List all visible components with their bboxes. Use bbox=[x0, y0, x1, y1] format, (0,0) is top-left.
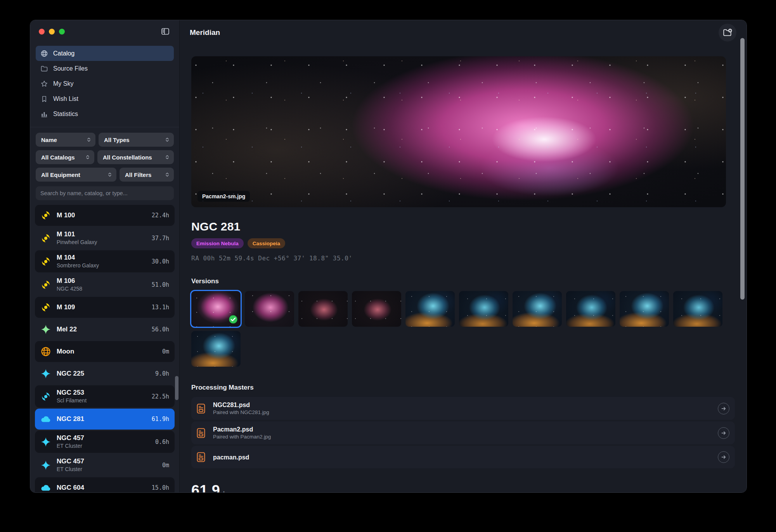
object-hours: 22.5h bbox=[152, 393, 169, 400]
dropdown-value: All Filters bbox=[125, 172, 161, 178]
cloud-icon bbox=[40, 414, 51, 425]
page-title: NGC 281 bbox=[191, 220, 735, 233]
version-thumbnail[interactable] bbox=[513, 291, 562, 327]
object-name: NGC 253 bbox=[57, 388, 146, 397]
equipment-dropdown[interactable]: All Equipment bbox=[36, 168, 116, 182]
psd-file-icon bbox=[195, 403, 207, 414]
cloud-icon bbox=[40, 482, 51, 492]
galaxy-icon bbox=[40, 256, 51, 267]
master-name: Pacman2.psd bbox=[213, 425, 712, 433]
app-title: Meridian bbox=[190, 28, 220, 37]
object-name: NGC 281 bbox=[57, 415, 146, 423]
version-thumbnail[interactable] bbox=[673, 291, 722, 327]
constellations-dropdown[interactable]: All Constellations bbox=[97, 150, 174, 164]
dropdown-value: All Catalogs bbox=[41, 154, 82, 161]
hero-image[interactable]: Pacman2-sm.jpg bbox=[191, 56, 726, 207]
chevron-up-down-icon bbox=[165, 154, 170, 160]
object-hours: 0m bbox=[162, 348, 169, 355]
sidebar-item-wish-list[interactable]: Wish List bbox=[36, 91, 174, 106]
globe-icon bbox=[40, 50, 48, 57]
minimize-button[interactable] bbox=[49, 29, 55, 35]
dropdown-value: Name bbox=[41, 137, 83, 143]
object-hours: 56.0h bbox=[152, 326, 169, 333]
master-row[interactable]: pacman.psd bbox=[191, 446, 735, 468]
sort-dropdown[interactable]: Name bbox=[36, 133, 95, 147]
masters-list: NGC281.psd Paired with NGC281.jpg Pacman… bbox=[191, 397, 735, 468]
master-row[interactable]: NGC281.psd Paired with NGC281.jpg bbox=[191, 397, 735, 420]
object-name: M 104 bbox=[57, 253, 146, 262]
chevron-up-down-icon bbox=[165, 137, 170, 143]
bookmark-icon bbox=[40, 95, 48, 103]
galaxy-icon bbox=[40, 391, 51, 402]
version-thumbnail[interactable] bbox=[566, 291, 615, 327]
arrow-right-icon bbox=[721, 405, 727, 412]
object-subtitle: ET Cluster bbox=[57, 466, 157, 473]
list-item[interactable]: M 101 Pinwheel Galaxy 37.7h bbox=[35, 227, 175, 249]
object-subtitle: Scl Filament bbox=[57, 397, 146, 404]
object-name: M 100 bbox=[57, 211, 146, 220]
list-item[interactable]: NGC 253 Scl Filament 22.5h bbox=[35, 385, 175, 407]
object-hours: 0m bbox=[162, 462, 169, 469]
sidebar-item-source-files[interactable]: Source Files bbox=[36, 61, 174, 76]
sidebar-toggle-icon[interactable] bbox=[160, 27, 171, 36]
titlebar bbox=[30, 20, 179, 43]
open-master-button[interactable] bbox=[718, 403, 729, 414]
filters-dropdown[interactable]: All Filters bbox=[120, 168, 174, 182]
object-name: M 101 bbox=[57, 230, 146, 239]
object-list: M 100 22.4h M 101 Pinwheel Galaxy 37.7h … bbox=[30, 203, 179, 492]
constellation-badge[interactable]: Cassiopeia bbox=[248, 238, 285, 248]
version-thumbnail[interactable] bbox=[352, 291, 401, 327]
object-hours: 0.6h bbox=[155, 438, 169, 445]
sidebar-item-catalog[interactable]: Catalog bbox=[36, 46, 174, 61]
sidebar: Catalog Source Files My Sky Wish List St… bbox=[30, 20, 180, 492]
types-dropdown[interactable]: All Types bbox=[99, 133, 174, 147]
open-master-button[interactable] bbox=[718, 451, 729, 463]
version-thumbnail[interactable] bbox=[620, 291, 669, 327]
list-item[interactable]: M 106 NGC 4258 51.0h bbox=[35, 274, 175, 296]
main-panel: Meridian Pacman2-sm.jpg NGC 281 Emission… bbox=[180, 20, 747, 492]
galaxy-icon bbox=[40, 279, 51, 290]
version-thumbnail[interactable] bbox=[405, 291, 455, 327]
check-icon bbox=[229, 315, 238, 324]
hero-filename-chip: Pacman2-sm.jpg bbox=[197, 191, 250, 202]
sidebar-item-my-sky[interactable]: My Sky bbox=[36, 76, 174, 91]
object-hours: 13.1h bbox=[152, 304, 169, 311]
list-item[interactable]: M 100 22.4h bbox=[35, 205, 175, 226]
zoom-button[interactable] bbox=[59, 29, 65, 35]
traffic-lights bbox=[39, 29, 65, 35]
list-item[interactable]: M 109 13.1h bbox=[35, 297, 175, 318]
list-item-selected[interactable]: NGC 281 61.9h bbox=[35, 409, 175, 430]
version-thumbnail[interactable] bbox=[298, 291, 348, 327]
list-item[interactable]: NGC 604 15.0h bbox=[35, 477, 175, 492]
version-thumbnail-selected[interactable] bbox=[191, 291, 241, 327]
main-scrollbar[interactable] bbox=[740, 38, 745, 300]
dropdown-value: All Constellations bbox=[103, 154, 161, 161]
object-name: NGC 457 bbox=[57, 434, 150, 442]
version-thumbnail[interactable] bbox=[191, 331, 241, 367]
close-button[interactable] bbox=[39, 29, 45, 35]
object-type-badge[interactable]: Emission Nebula bbox=[191, 238, 244, 248]
master-name: NGC281.psd bbox=[213, 401, 712, 409]
dropdown-value: All Equipment bbox=[41, 172, 104, 178]
object-subtitle: NGC 4258 bbox=[57, 285, 146, 293]
total-hours-unit: hours bbox=[223, 490, 238, 492]
search-input[interactable] bbox=[36, 186, 174, 200]
version-thumbnail[interactable] bbox=[245, 291, 294, 327]
master-row[interactable]: Pacman2.psd Paired with Pacman2.jpg bbox=[191, 421, 735, 444]
nav-label: Wish List bbox=[53, 95, 78, 102]
list-item[interactable]: M 104 Sombrero Galaxy 30.0h bbox=[35, 250, 175, 272]
list-item[interactable]: NGC 457 ET Cluster 0m bbox=[35, 454, 175, 476]
object-name: Mel 22 bbox=[57, 325, 146, 334]
open-master-button[interactable] bbox=[718, 427, 729, 439]
list-item[interactable]: NGC 225 9.0h bbox=[35, 363, 175, 384]
catalogs-dropdown[interactable]: All Catalogs bbox=[36, 150, 94, 164]
object-name: M 109 bbox=[57, 303, 146, 312]
list-item[interactable]: Mel 22 56.0h bbox=[35, 319, 175, 340]
version-thumbnail[interactable] bbox=[459, 291, 508, 327]
add-folder-button[interactable] bbox=[719, 24, 736, 42]
list-item[interactable]: Moon 0m bbox=[35, 341, 175, 362]
list-item[interactable]: NGC 457 ET Cluster 0.6h bbox=[35, 431, 175, 453]
sidebar-item-statistics[interactable]: Statistics bbox=[36, 106, 174, 121]
sidebar-scrollbar[interactable] bbox=[175, 376, 178, 400]
object-hours: 51.0h bbox=[152, 281, 169, 288]
